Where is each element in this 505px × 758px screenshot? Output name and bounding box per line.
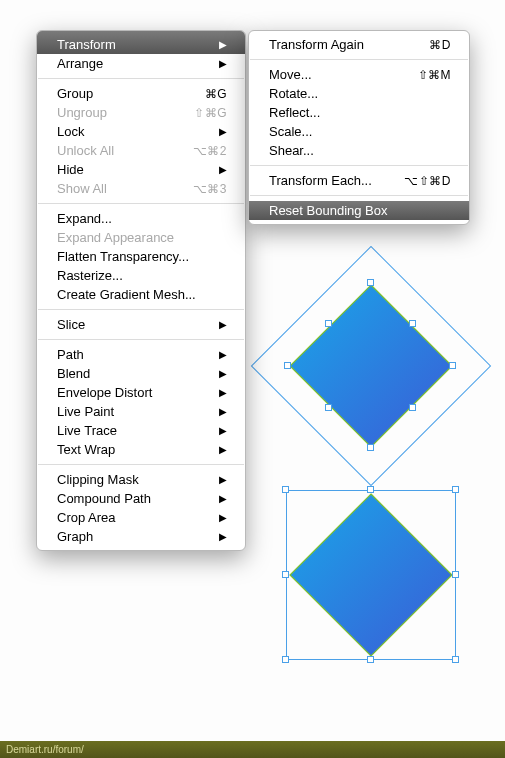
- mainMenu-item-flatten-transparency[interactable]: Flatten Transparency...: [37, 247, 245, 266]
- mainMenu-item-expand[interactable]: Expand...: [37, 209, 245, 228]
- menu-separator: [38, 339, 244, 340]
- subMenu-item-reflect[interactable]: Reflect...: [249, 103, 469, 122]
- menu-item-label: Transform Each...: [269, 173, 404, 188]
- menu-item-shortcut: ⌘G: [205, 87, 227, 101]
- menu-item-shortcut: ⌥⌘3: [193, 182, 227, 196]
- mainMenu-item-text-wrap[interactable]: Text Wrap▶: [37, 440, 245, 459]
- selection-handle[interactable]: [325, 404, 332, 411]
- selection-handle[interactable]: [452, 571, 459, 578]
- selection-handle[interactable]: [282, 571, 289, 578]
- subMenu-item-shear[interactable]: Shear...: [249, 141, 469, 160]
- menu-item-label: Live Paint: [57, 404, 213, 419]
- menu-item-shortcut: ⌘D: [429, 38, 451, 52]
- mainMenu-item-hide[interactable]: Hide▶: [37, 160, 245, 179]
- selection-handle[interactable]: [409, 320, 416, 327]
- menu-item-label: Expand...: [57, 211, 227, 226]
- shape-diamond-rotated-bbox[interactable]: [286, 281, 456, 451]
- menu-item-label: Rotate...: [269, 86, 451, 101]
- submenu-arrow-icon: ▶: [219, 368, 227, 379]
- mainMenu-item-clipping-mask[interactable]: Clipping Mask▶: [37, 470, 245, 489]
- mainMenu-item-graph[interactable]: Graph▶: [37, 527, 245, 546]
- menu-item-label: Shear...: [269, 143, 451, 158]
- menu-separator: [38, 203, 244, 204]
- menu-item-label: Move...: [269, 67, 418, 82]
- submenu-arrow-icon: ▶: [219, 425, 227, 436]
- selection-handle[interactable]: [452, 656, 459, 663]
- menu-separator: [250, 195, 468, 196]
- menu-item-label: Lock: [57, 124, 213, 139]
- menu-item-label: Clipping Mask: [57, 472, 213, 487]
- menu-separator: [38, 78, 244, 79]
- menu-separator: [38, 309, 244, 310]
- selection-handle[interactable]: [282, 656, 289, 663]
- selection-handle[interactable]: [284, 362, 291, 369]
- mainMenu-item-live-trace[interactable]: Live Trace▶: [37, 421, 245, 440]
- mainMenu-item-arrange[interactable]: Arrange▶: [37, 54, 245, 73]
- selection-handle[interactable]: [325, 320, 332, 327]
- bounding-box-aligned[interactable]: [286, 490, 456, 660]
- selection-handle[interactable]: [452, 486, 459, 493]
- subMenu-item-rotate[interactable]: Rotate...: [249, 84, 469, 103]
- selection-handle[interactable]: [367, 486, 374, 493]
- transform-submenu[interactable]: Transform Again⌘DMove...⇧⌘MRotate...Refl…: [248, 30, 470, 225]
- mainMenu-item-lock[interactable]: Lock▶: [37, 122, 245, 141]
- menu-item-label: Transform Again: [269, 37, 429, 52]
- selection-handle[interactable]: [282, 486, 289, 493]
- subMenu-item-reset-bounding-box[interactable]: Reset Bounding Box: [249, 201, 469, 220]
- menu-item-shortcut: ⇧⌘G: [194, 106, 227, 120]
- selection-handle[interactable]: [409, 404, 416, 411]
- submenu-arrow-icon: ▶: [219, 387, 227, 398]
- menu-item-label: Rasterize...: [57, 268, 227, 283]
- menu-item-label: Blend: [57, 366, 213, 381]
- mainMenu-item-path[interactable]: Path▶: [37, 345, 245, 364]
- menu-item-label: Ungroup: [57, 105, 194, 120]
- mainMenu-item-live-paint[interactable]: Live Paint▶: [37, 402, 245, 421]
- menu-separator: [250, 165, 468, 166]
- menu-item-label: Slice: [57, 317, 213, 332]
- menu-item-label: Flatten Transparency...: [57, 249, 227, 264]
- menu-item-label: Reset Bounding Box: [269, 203, 451, 218]
- menu-item-label: Path: [57, 347, 213, 362]
- mainMenu-item-expand-appearance: Expand Appearance: [37, 228, 245, 247]
- selection-handle[interactable]: [367, 279, 374, 286]
- mainMenu-item-group[interactable]: Group⌘G: [37, 84, 245, 103]
- submenu-arrow-icon: ▶: [219, 474, 227, 485]
- subMenu-item-move[interactable]: Move...⇧⌘M: [249, 65, 469, 84]
- menu-item-label: Unlock All: [57, 143, 193, 158]
- selection-handle[interactable]: [367, 444, 374, 451]
- selection-handle[interactable]: [449, 362, 456, 369]
- menu-item-label: Crop Area: [57, 510, 213, 525]
- subMenu-item-scale[interactable]: Scale...: [249, 122, 469, 141]
- shape-diamond-reset-bbox[interactable]: [286, 490, 456, 660]
- menu-item-label: Text Wrap: [57, 442, 213, 457]
- mainMenu-item-unlock-all: Unlock All⌥⌘2: [37, 141, 245, 160]
- object-menu[interactable]: Transform▶Arrange▶Group⌘GUngroup⇧⌘GLock▶…: [36, 30, 246, 551]
- submenu-arrow-icon: ▶: [219, 349, 227, 360]
- mainMenu-item-create-gradient-mesh[interactable]: Create Gradient Mesh...: [37, 285, 245, 304]
- menu-item-label: Arrange: [57, 56, 213, 71]
- subMenu-item-transform-again[interactable]: Transform Again⌘D: [249, 35, 469, 54]
- mainMenu-item-envelope-distort[interactable]: Envelope Distort▶: [37, 383, 245, 402]
- menu-item-label: Create Gradient Mesh...: [57, 287, 227, 302]
- submenu-arrow-icon: ▶: [219, 512, 227, 523]
- menu-item-shortcut: ⌥⌘2: [193, 144, 227, 158]
- menu-separator: [250, 59, 468, 60]
- menu-item-label: Envelope Distort: [57, 385, 213, 400]
- menu-item-label: Expand Appearance: [57, 230, 227, 245]
- mainMenu-item-blend[interactable]: Blend▶: [37, 364, 245, 383]
- mainMenu-item-transform[interactable]: Transform▶: [37, 31, 245, 54]
- menu-item-shortcut: ⇧⌘M: [418, 68, 452, 82]
- selection-handle[interactable]: [367, 656, 374, 663]
- mainMenu-item-rasterize[interactable]: Rasterize...: [37, 266, 245, 285]
- mainMenu-item-show-all: Show All⌥⌘3: [37, 179, 245, 198]
- canvas[interactable]: Transform▶Arrange▶Group⌘GUngroup⇧⌘GLock▶…: [0, 0, 505, 758]
- submenu-arrow-icon: ▶: [219, 493, 227, 504]
- menu-item-label: Transform: [57, 37, 213, 52]
- footer-watermark: Demiart.ru/forum/: [0, 741, 505, 758]
- menu-item-label: Live Trace: [57, 423, 213, 438]
- subMenu-item-transform-each[interactable]: Transform Each...⌥⇧⌘D: [249, 171, 469, 190]
- mainMenu-item-crop-area[interactable]: Crop Area▶: [37, 508, 245, 527]
- mainMenu-item-compound-path[interactable]: Compound Path▶: [37, 489, 245, 508]
- mainMenu-item-slice[interactable]: Slice▶: [37, 315, 245, 334]
- menu-item-label: Reflect...: [269, 105, 451, 120]
